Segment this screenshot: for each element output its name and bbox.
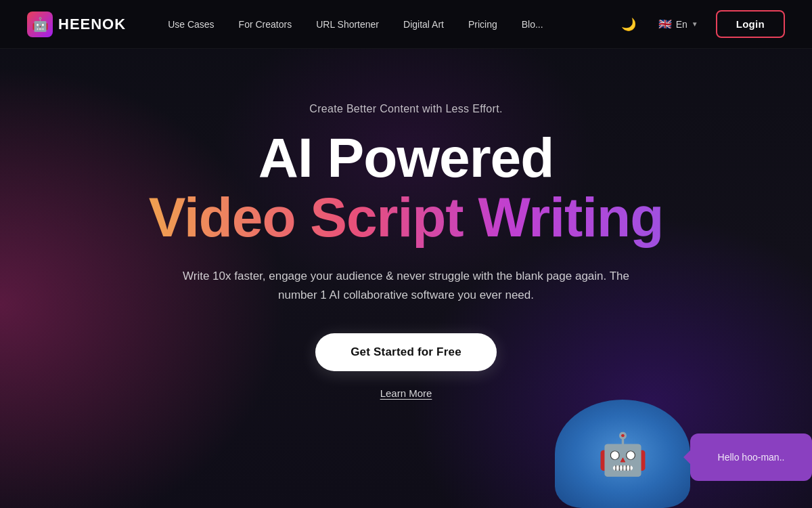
nav-links: Use Cases For Creators URL Shortener Dig…: [158, 14, 616, 35]
nav-link-use-cases[interactable]: Use Cases: [158, 14, 223, 35]
logo-text: HEENOK: [58, 16, 126, 33]
robot-mascot: 🤖: [555, 400, 690, 508]
hero-title-white: AI Powered: [258, 129, 554, 187]
flag-icon: 🇬🇧: [658, 18, 672, 30]
navbar: 🤖 HEENOK Use Cases For Creators URL Shor…: [0, 0, 812, 49]
nav-link-for-creators[interactable]: For Creators: [229, 14, 302, 35]
dark-mode-toggle[interactable]: 🌙: [616, 12, 641, 37]
login-button[interactable]: Login: [716, 10, 785, 38]
speech-text: Hello hoo-man..: [718, 452, 785, 463]
get-started-button[interactable]: Get Started for Free: [315, 333, 497, 371]
nav-link-digital-art[interactable]: Digital Art: [394, 14, 453, 35]
nav-link-blog[interactable]: Blo...: [512, 14, 553, 35]
nav-link-url-shortener[interactable]: URL Shortener: [307, 14, 388, 35]
chevron-down-icon: ▼: [692, 20, 698, 28]
lang-label: En: [676, 19, 687, 30]
hero-subtitle: Create Better Content with Less Effort.: [309, 103, 502, 115]
learn-more-link[interactable]: Learn More: [380, 387, 432, 399]
hero-title-gradient: Video Script Writing: [149, 187, 664, 248]
nav-link-pricing[interactable]: Pricing: [459, 14, 507, 35]
logo-icon: 🤖: [27, 12, 53, 37]
speech-bubble: Hello hoo-man..: [690, 433, 812, 481]
logo[interactable]: 🤖 HEENOK: [27, 12, 126, 37]
nav-right: 🌙 🇬🇧 En ▼ Login: [616, 10, 785, 38]
hero-section: Create Better Content with Less Effort. …: [0, 49, 812, 399]
bottom-decorations: 🤖 Hello hoo-man..: [555, 400, 812, 508]
hero-description: Write 10x faster, engage your audience &…: [162, 267, 650, 305]
language-selector[interactable]: 🇬🇧 En ▼: [652, 14, 705, 35]
